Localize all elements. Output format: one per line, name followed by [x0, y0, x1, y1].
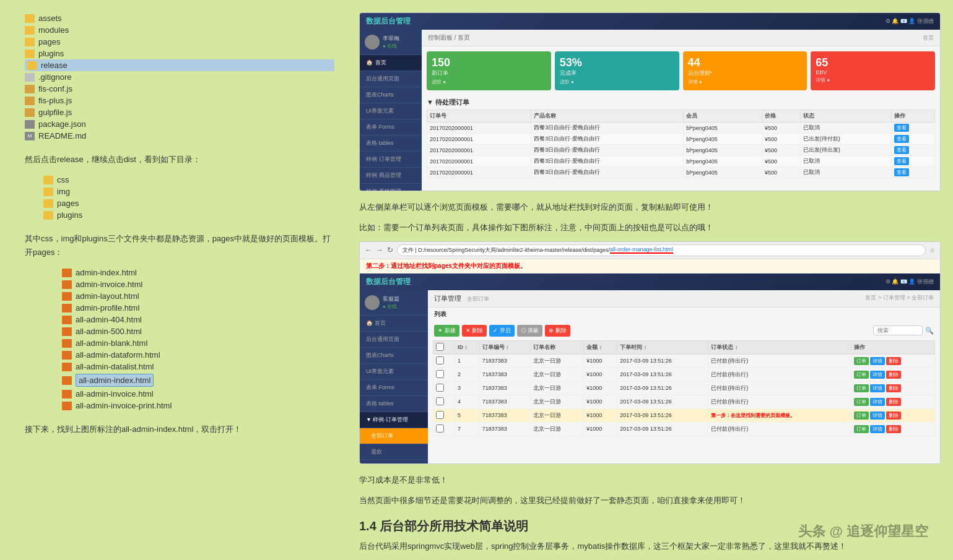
row-checkbox[interactable] [436, 411, 444, 419]
action-btn-detail[interactable]: 详情 [870, 398, 885, 406]
file-icon-html [62, 390, 72, 398]
sidebar2-refund[interactable]: 退款 [360, 444, 428, 460]
search-icon[interactable]: 🔍 [925, 327, 934, 335]
cell-status: 已付款(待出行) [708, 381, 851, 395]
action-btn-detail[interactable]: 详情 [870, 411, 885, 420]
row-checkbox[interactable] [436, 370, 444, 378]
cell-check [433, 395, 455, 408]
nav-back[interactable]: ← [365, 246, 372, 254]
row-checkbox[interactable] [436, 356, 444, 364]
sidebar-item-order[interactable]: 样例 订单管理 [360, 152, 422, 168]
action-btn-manage[interactable]: 订单 [854, 425, 869, 433]
sidebar-item-forms[interactable]: 表单 Forms [360, 119, 422, 136]
action-btn-delete[interactable]: 删除 [886, 357, 901, 365]
stat-link-ebv[interactable]: 详情 ● [816, 77, 930, 84]
sidebar2-general[interactable]: 后台通用页面 [360, 332, 428, 348]
action-btn-detail[interactable]: 详情 [870, 357, 885, 365]
select-all-checkbox[interactable] [436, 343, 444, 351]
sidebar-item-system[interactable]: 样例 系统管理 [360, 184, 422, 191]
avatar-2 [365, 295, 380, 310]
file-item-fisconf: fis-conf.js [25, 83, 334, 95]
col-id: ID ↕ [455, 340, 479, 354]
cell-name: 北京一日游 [531, 395, 584, 408]
bottom-desc: 后台代码采用springmvc实现web层，spring控制业务层事务，myba… [359, 540, 941, 553]
sidebar-item-product[interactable]: 样例 商品管理 [360, 168, 422, 184]
sidebar-item-charts[interactable]: 图表Charts [360, 87, 422, 103]
file-name: admin-invoice.html [76, 280, 142, 289]
file-item-release[interactable]: release [25, 59, 334, 71]
admin-panel-1: 数据后台管理 ⚙ 🔔 📧 👤 张强德 李翠梅 ● 在线 [359, 12, 941, 191]
stat-card-finance: 44 后台理财* 详情 ● [683, 51, 807, 90]
file-name: all-admin-invoice.html [76, 389, 154, 398]
admin-layout-2: 客服篇 ● 在线 🏠 首页 后台通用页面 图表Charts UI界面元素 表单 … [360, 290, 940, 463]
file-item-admin-layout: admin-layout.html [62, 290, 334, 302]
sidebar2-tables[interactable]: 表格 tables [360, 396, 428, 412]
username: 李翠梅 [383, 35, 399, 43]
action-btn-manage[interactable]: 订单 [854, 411, 869, 420]
cell-order-no: 71837383 [479, 381, 531, 395]
user-info: 李翠梅 ● 在线 [383, 35, 399, 50]
nav-forward[interactable]: → [376, 246, 383, 254]
action-btn-view[interactable]: 查看 [894, 157, 909, 165]
sidebar-item-home[interactable]: 🏠首页 [360, 55, 422, 71]
file-name-highlighted[interactable]: all-admin-index.html [76, 374, 154, 387]
action-btn-view[interactable]: 查看 [894, 146, 909, 154]
cell-time: 2017-03-09 13:51:26 [617, 381, 708, 395]
row-checkbox[interactable] [436, 424, 444, 433]
sidebar2-charts[interactable]: 图表Charts [360, 348, 428, 364]
action-btn-manage[interactable]: 订单 [854, 398, 869, 406]
action-btn-delete[interactable]: 删除 [886, 398, 901, 406]
action-btn-delete[interactable]: 删除 [886, 425, 901, 433]
toolbar-delete2[interactable]: ⊗ 删除 [545, 325, 570, 337]
cell-member: bl*peng0405 [684, 123, 762, 134]
file-item-plugins2: plugins [43, 209, 334, 221]
url-bar[interactable]: 文件 | D:/resource/SpringSecurity大局/adminl… [397, 244, 926, 256]
file-item-all-admin-404: all-admin-404.html [62, 314, 334, 325]
sidebar2-home[interactable]: 🏠 首页 [360, 316, 428, 332]
row-checkbox[interactable] [436, 384, 444, 392]
file-icon-json [25, 120, 35, 129]
order-title: 订单管理 [434, 295, 461, 302]
action-btn-manage[interactable]: 订单 [854, 357, 869, 365]
file-icon-js [25, 85, 35, 93]
action-btn-delete[interactable]: 删除 [886, 371, 901, 379]
action-btn-detail[interactable]: 详情 [870, 384, 885, 392]
sidebar-item-ui[interactable]: UI界面元素 [360, 103, 422, 119]
stat-link-orders[interactable]: 进阶 ● [432, 79, 546, 85]
stat-link-rate[interactable]: 进阶 ● [560, 79, 674, 85]
sidebar-item-tables[interactable]: 表格 tables [360, 136, 422, 152]
sidebar2-forms[interactable]: 表单 Forms [360, 380, 428, 396]
action-btn-manage[interactable]: 订单 [854, 384, 869, 392]
cell-status: 已取消 [800, 167, 891, 178]
cell-amount: ¥1000 [584, 354, 617, 368]
search-input[interactable] [873, 325, 923, 335]
toolbar-block[interactable]: ◎ 屏蔽 [517, 325, 543, 337]
action-btn-detail[interactable]: 详情 [870, 425, 885, 433]
action-btn-delete[interactable]: 删除 [886, 411, 901, 420]
cell-order: 20170202000001 [427, 156, 531, 167]
action-btn-detail[interactable]: 详情 [870, 371, 885, 379]
cell-status: 已付款(待出行) [708, 395, 851, 408]
action-btn-manage[interactable]: 订单 [854, 371, 869, 379]
action-btn-delete[interactable]: 删除 [886, 384, 901, 392]
action-btn-view[interactable]: 查看 [894, 124, 909, 132]
sidebar2-ui[interactable]: UI界面元素 [360, 364, 428, 380]
sidebar2-order-sub[interactable]: 全部订单 [360, 428, 428, 444]
nav-refresh[interactable]: ↻ [387, 246, 393, 254]
action-btn-view[interactable]: 查看 [894, 135, 909, 143]
bookmark-icon[interactable]: ☆ [929, 247, 935, 254]
toolbar-enable[interactable]: ✓ 开启 [489, 325, 515, 337]
toolbar-new[interactable]: ✦ 新建 [434, 325, 459, 337]
sidebar-item-general[interactable]: 后台通用页面 [360, 71, 422, 87]
cell-check [433, 368, 455, 381]
action-btn-view[interactable]: 查看 [894, 168, 909, 176]
stat-card-rate: 53% 完成率 进阶 ● [555, 51, 679, 90]
sidebar2-order[interactable]: ▼ 样例·订单管理 [360, 412, 428, 428]
file-name: all-admin-500.html [76, 327, 142, 336]
cell-name: 北京一日游 [531, 368, 584, 381]
stat-link-finance[interactable]: 详情 ● [688, 79, 803, 85]
row-checkbox[interactable] [436, 397, 444, 405]
cell-price: ¥500 [762, 123, 801, 134]
toolbar-delete[interactable]: ✕ 删除 [462, 325, 487, 337]
file-icon-html [62, 376, 72, 385]
